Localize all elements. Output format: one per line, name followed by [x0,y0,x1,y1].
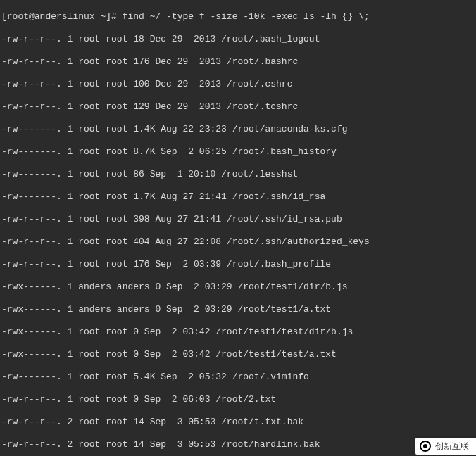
ls-output-line: -rw-r--r--. 1 root root 404 Aug 27 22:08… [1,236,475,248]
watermark-text: 创新互联 [435,441,469,451]
ls-output-line: -rw-r--r--. 1 root root 0 Sep 2 06:03 /r… [1,394,475,405]
ls-output-line: -rwx------. 1 root root 0 Sep 2 03:42 /r… [1,349,475,360]
ls-output-line: -rw-r--r--. 2 root root 14 Sep 3 05:53 /… [1,417,475,428]
watermark-badge: 创新互联 [415,438,476,455]
ls-output-line: -rw-r--r--. 1 root root 176 Dec 29 2013 … [1,56,475,68]
prompt-line-1: [root@anderslinux ~]# find ~/ -type f -s… [1,11,475,23]
ls-output-line: -rw-r--r--. 1 root root 129 Dec 29 2013 … [1,101,475,113]
ls-output-line: -rwx------. 1 anders anders 0 Sep 2 03:2… [1,304,475,315]
watermark-logo-icon [420,441,431,452]
ls-output-line: -rw-------. 1 root root 5.4K Sep 2 05:32… [1,372,475,383]
shell-prompt: [root@anderslinux ~]# [1,11,123,22]
ls-output-line: -rw-r--r--. 2 root root 14 Sep 3 05:53 /… [1,439,475,450]
ls-output-line: -rw-r--r--. 1 root root 398 Aug 27 21:41… [1,214,475,225]
ls-output-line: -rwx------. 1 anders anders 0 Sep 2 03:2… [1,281,475,293]
ls-output-line: -rwx------. 1 root root 0 Sep 2 03:42 /r… [1,327,475,338]
shell-command: find ~/ -type f -size -10k -exec ls -lh … [123,11,370,22]
ls-output-line: -rw-------. 1 root root 1.4K Aug 22 23:2… [1,124,475,135]
ls-output-line: -rw-r--r--. 1 root root 176 Sep 2 03:39 … [1,259,475,270]
ls-output-line: -rw-r--r--. 1 root root 18 Dec 29 2013 /… [1,34,475,45]
ls-output-line: -rw-------. 1 root root 1.7K Aug 27 21:4… [1,191,475,203]
ls-output-line: -rw-------. 1 root root 8.7K Sep 2 06:25… [1,146,475,158]
ls-output-line: -rw-r--r--. 1 root root 100 Dec 29 2013 … [1,79,475,90]
terminal-output[interactable]: [root@anderslinux ~]# find ~/ -type f -s… [0,0,476,456]
ls-output-line: -rw-------. 1 root root 86 Sep 1 20:10 /… [1,169,475,180]
